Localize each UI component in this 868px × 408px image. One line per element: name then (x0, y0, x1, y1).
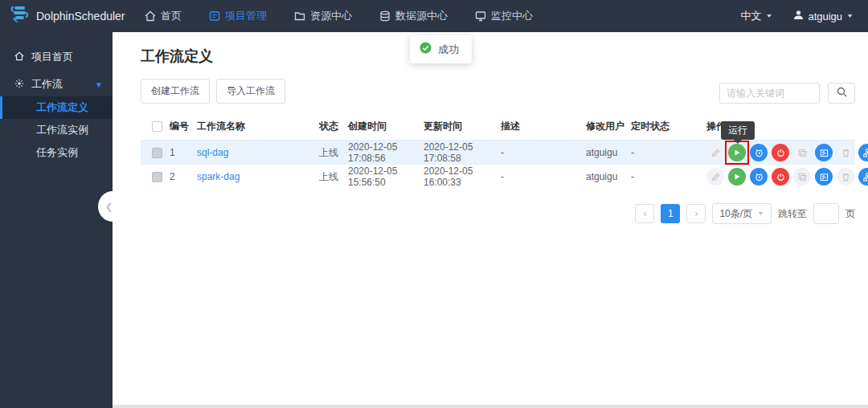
nav-item-projects[interactable]: 项目管理 (209, 9, 267, 23)
row-checkbox[interactable] (152, 172, 162, 182)
run-icon (733, 149, 741, 157)
cell-updated: 2020-12-05 16:00:33 (424, 165, 501, 188)
navbar-right: 中文 ▼ atguigu ▼ (741, 9, 854, 23)
tree-icon (863, 173, 868, 182)
success-toast: 成功 (410, 35, 472, 63)
timer-icon (755, 149, 764, 157)
col-header-name: 工作流名称 (197, 113, 319, 140)
nav-item-label: 数据源中心 (395, 9, 448, 23)
sidebar-item-workflow-instance[interactable]: 工作流实例 (0, 119, 113, 141)
offline-icon (776, 149, 785, 157)
col-header-status: 状态 (319, 113, 348, 140)
jump-to-input[interactable] (813, 203, 839, 224)
nav-item-label: 资源中心 (310, 9, 352, 23)
delete-icon (841, 173, 850, 182)
col-header-created: 创建时间 (348, 113, 424, 140)
row-actions (706, 168, 868, 186)
copy-icon (798, 173, 807, 182)
search-input[interactable] (719, 83, 820, 104)
select-all-checkbox[interactable] (152, 121, 162, 132)
sidebar-item-workflow-definition[interactable]: 工作流定义 (0, 96, 113, 119)
next-page-button[interactable]: › (686, 204, 706, 223)
sidebar-item-label: 工作流 (31, 77, 63, 92)
import-workflow-button[interactable]: 导入工作流 (216, 79, 285, 104)
copy-button[interactable] (793, 144, 811, 161)
nav-item-monitor[interactable]: 监控中心 (475, 9, 533, 23)
col-header-schedule: 定时状态 (631, 113, 706, 140)
chevron-left-icon: ❮ (105, 202, 113, 212)
edit-button[interactable] (706, 144, 724, 161)
gantt-button[interactable] (815, 144, 833, 161)
offline-icon (776, 173, 785, 182)
brand[interactable]: DolphinScheduler (10, 5, 130, 27)
home-icon (145, 10, 156, 22)
tree-view-button[interactable] (858, 144, 868, 161)
home-icon (14, 51, 24, 63)
run-tooltip: 运行 (721, 121, 755, 140)
project-icon (209, 10, 220, 22)
nav-item-datasource[interactable]: 数据源中心 (379, 9, 448, 23)
bottom-divider (113, 405, 868, 408)
language-selector[interactable]: 中文 ▼ (741, 9, 773, 23)
top-navbar: DolphinScheduler 首页 项目管理 资源中心 数据源中心 监控中心… (0, 0, 868, 32)
nav-item-resources[interactable]: 资源中心 (294, 9, 352, 23)
prev-page-button[interactable]: ‹ (635, 204, 654, 223)
cell-updated: 2020-12-05 17:08:58 (424, 141, 501, 164)
row-actions: 运行 (706, 144, 868, 161)
gantt-icon (820, 149, 829, 157)
page-size-value: 10条/页 (719, 207, 752, 221)
table-row: 2 spark-dag 上线 2020-12-05 15:56:50 2020-… (141, 165, 855, 189)
sidebar-item-project-home[interactable]: 项目首页 (0, 45, 113, 69)
user-menu[interactable]: atguigu ▼ (793, 10, 854, 22)
cell-user: atguigu (586, 171, 631, 182)
sidebar-item-task-instance[interactable]: 任务实例 (0, 141, 113, 164)
sidebar: 项目首页 工作流 ▼ 工作流定义 工作流实例 任务实例 (0, 32, 113, 408)
sidebar-item-label: 项目首页 (31, 50, 73, 64)
offline-button[interactable] (772, 168, 789, 186)
cell-id: 2 (170, 171, 197, 182)
sidebar-item-workflow[interactable]: 工作流 ▼ (0, 72, 113, 96)
copy-button[interactable] (793, 168, 811, 186)
dolphin-logo-icon (10, 5, 31, 27)
gantt-button[interactable] (815, 168, 833, 186)
success-check-icon (420, 42, 432, 57)
nav-item-label: 首页 (161, 9, 182, 23)
timer-button[interactable] (750, 144, 768, 161)
nav-item-home[interactable]: 首页 (145, 9, 182, 23)
timer-button[interactable] (750, 168, 768, 186)
cell-schedule: - (631, 147, 706, 158)
col-header-desc: 描述 (501, 113, 586, 140)
workflow-name-link[interactable]: spark-dag (197, 171, 240, 182)
page-number-button[interactable]: 1 (661, 204, 680, 223)
sidebar-collapse-handle[interactable]: ❮ (98, 191, 127, 222)
chevron-down-icon: ▼ (846, 13, 854, 19)
edit-icon (711, 149, 720, 157)
edit-button[interactable] (706, 168, 724, 186)
folder-icon (294, 10, 305, 22)
cell-created: 2020-12-05 15:56:50 (348, 165, 424, 188)
jump-to-label: 跳转至 (778, 207, 807, 221)
toolbar: 创建工作流 导入工作流 (141, 79, 855, 104)
search-button[interactable] (828, 83, 855, 104)
create-workflow-button[interactable]: 创建工作流 (141, 79, 210, 104)
chevron-down-icon: ▼ (757, 210, 764, 217)
run-button[interactable]: 运行 (728, 144, 746, 161)
chevron-down-icon: ▼ (95, 80, 103, 89)
gear-icon (14, 79, 24, 91)
workflow-name-link[interactable]: sql-dag (197, 147, 228, 158)
timer-icon (755, 173, 764, 182)
database-icon (379, 10, 391, 22)
page-size-select[interactable]: 10条/页 ▼ (712, 203, 772, 224)
tree-icon (863, 149, 868, 157)
delete-button[interactable] (837, 144, 854, 161)
offline-button[interactable] (772, 144, 789, 161)
sidebar-subitem-label: 工作流实例 (36, 123, 88, 137)
delete-button[interactable] (837, 168, 854, 186)
monitor-icon (475, 10, 486, 22)
tree-view-button[interactable] (858, 168, 868, 186)
row-checkbox[interactable] (152, 148, 162, 158)
copy-icon (798, 149, 807, 157)
sidebar-subitem-label: 工作流定义 (36, 100, 88, 115)
run-button[interactable] (728, 168, 746, 186)
cell-schedule: - (631, 171, 706, 182)
